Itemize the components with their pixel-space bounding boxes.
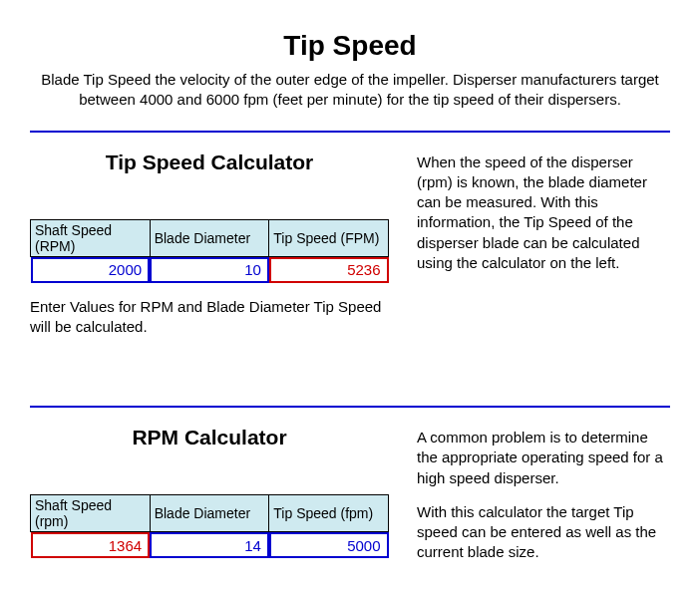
- page-content: Tip Speed Blade Tip Speed the velocity o…: [0, 0, 700, 595]
- tip-speed-heading: Tip Speed Calculator: [30, 150, 389, 174]
- blade-diameter-input[interactable]: [158, 537, 261, 554]
- shaft-speed-input[interactable]: [39, 261, 143, 278]
- blade-diameter-input[interactable]: [158, 261, 261, 278]
- tip-speed-table: Shaft Speed (RPM) Blade Diameter Tip Spe…: [30, 219, 389, 283]
- col-blade-diameter: Blade Diameter: [150, 219, 269, 256]
- blade-diameter-cell: [150, 257, 269, 283]
- page-viewport[interactable]: Tip Speed Blade Tip Speed the velocity o…: [0, 0, 700, 595]
- col-tip-speed: Tip Speed (fpm): [269, 495, 389, 532]
- tip-speed-cell: [269, 532, 389, 558]
- tip-speed-section: Tip Speed Calculator Shaft Speed (RPM) B…: [30, 150, 670, 353]
- tip-speed-value: 5236: [347, 261, 380, 278]
- rpm-description: A common problem is to determine the app…: [417, 426, 670, 563]
- rpm-table: Shaft Speed (rpm) Blade Diameter Tip Spe…: [30, 494, 389, 558]
- shaft-speed-cell: [31, 257, 151, 283]
- section-divider: [30, 406, 670, 408]
- shaft-speed-value: 1364: [109, 537, 142, 554]
- tip-speed-description: When the speed of the disperser (rpm) is…: [417, 150, 670, 274]
- section-divider: [30, 131, 670, 133]
- rpm-desc-p2: With this calculator the target Tip spee…: [417, 502, 670, 563]
- blade-diameter-cell: [150, 532, 269, 558]
- col-blade-diameter: Blade Diameter: [150, 495, 269, 532]
- col-tip-speed: Tip Speed (FPM): [269, 219, 389, 256]
- rpm-section: RPM Calculator Shaft Speed (rpm) Blade D…: [30, 426, 670, 563]
- page-title: Tip Speed: [30, 30, 670, 62]
- tip-speed-output: 5236: [269, 257, 389, 283]
- col-shaft-speed: Shaft Speed (RPM): [31, 219, 151, 256]
- tip-speed-caption: Enter Values for RPM and Blade Diameter …: [30, 297, 389, 338]
- rpm-desc-p1: A common problem is to determine the app…: [417, 428, 670, 488]
- section-spacer: [30, 366, 670, 396]
- col-shaft-speed: Shaft Speed (rpm): [31, 495, 151, 532]
- tip-speed-input[interactable]: [277, 537, 381, 554]
- page-intro: Blade Tip Speed the velocity of the oute…: [30, 70, 670, 111]
- rpm-heading: RPM Calculator: [30, 426, 389, 449]
- tip-speed-left: Tip Speed Calculator Shaft Speed (RPM) B…: [30, 150, 389, 353]
- shaft-speed-output: 1364: [31, 532, 151, 558]
- rpm-left: RPM Calculator Shaft Speed (rpm) Blade D…: [30, 426, 389, 558]
